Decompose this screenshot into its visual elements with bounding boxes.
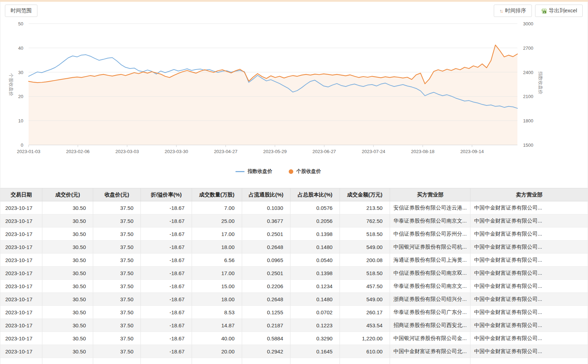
table-cell: 8.53 [192,306,242,319]
table-cell [42,358,93,364]
legend-label-index: 指数收盘价 [248,168,272,175]
table-cell: 30.50 [42,319,93,332]
table-cell: 6.56 [192,254,242,267]
table-cell: -18.67 [141,345,192,358]
legend-item-stock-close[interactable]: 个股收盘价 [289,168,321,175]
table-cell: 200.08 [340,254,390,267]
table-cell: 30.50 [42,280,93,293]
time-sort-button[interactable]: ↑↓ 时间排序 [494,5,532,17]
table-cell: 华泰证券股份有限公司广东分... [390,306,470,319]
line-marker-icon [235,171,245,172]
table-cell: 华泰证券股份有限公司南京文... [390,280,470,293]
table-cell: 浙商证券股份有限公司绍兴分... [390,293,470,306]
table-cell: 0.1030 [242,201,290,214]
table-row: 2023-10-1730.5037.50-18.677.000.10300.05… [0,201,588,214]
table-cell: 2023-10-17 [0,332,42,345]
price-chart: 2023-01-032023-02-062023-03-032023-03-30… [0,19,588,179]
table-cell: -18.67 [141,306,192,319]
table-cell: 37.50 [93,254,141,267]
table-cell: 2023-10-17 [0,214,42,228]
table-cell: 260.17 [340,306,390,319]
table-cell: 中国中金财富证券有限公司北... [390,345,470,358]
table-row: 2023-10-1730.5037.50-18.676.560.09650.05… [0,254,588,267]
table-cell: 中国中金财富证券有限公司... [470,201,588,214]
svg-text:10: 10 [18,118,23,123]
table-cell: 0.2648 [242,241,290,254]
svg-text:2400: 2400 [523,70,533,75]
export-excel-button[interactable]: x 导出到excel [535,5,583,17]
table-row: 2023-10-1730.5037.50-18.6717.000.25010.1… [0,228,588,241]
table-cell: 0.2187 [242,319,290,332]
table-cell: 30.50 [42,241,93,254]
table-cell: 中国中金财富证券有限公司... [470,214,588,228]
table-cell: 37.50 [93,241,141,254]
svg-text:2023-07-24: 2023-07-24 [362,149,385,154]
table-cell: -18.67 [141,201,192,214]
table-cell: 549.00 [340,293,390,306]
table-cell: 15.00 [192,280,242,293]
svg-text:2023-03-30: 2023-03-30 [165,149,188,154]
table-cell: 18.00 [192,241,242,254]
table-cell: 华泰证券股份有限公司南京文... [390,214,470,228]
table-cell: 37.50 [93,332,141,345]
table-cell: -18.67 [141,241,192,254]
table-cell: 457.50 [340,280,390,293]
chart-legend: 指数收盘价 个股收盘价 [0,168,556,175]
table-cell: 37.50 [93,319,141,332]
table-cell: 37.50 [93,293,141,306]
table-cell: 0.0702 [290,306,340,319]
table-cell: 518.50 [340,228,390,241]
table-cell: 招商证券股份有限公司西安北... [390,319,470,332]
svg-text:50: 50 [18,21,23,26]
export-excel-label: 导出到excel [549,7,577,14]
table-row: 2023-10-1730.5037.50-18.6717.000.25010.1… [0,267,588,280]
table-cell: 30.50 [42,332,93,345]
table-cell: 中国银河证券股份有限公司杭... [390,241,470,254]
table-cell: 中国中金财富证券有限公司... [470,267,588,280]
table-cell [340,358,390,364]
table-cell: 30.50 [42,267,93,280]
table-cell: 2023-10-17 [0,280,42,293]
table-cell: 453.54 [340,319,390,332]
column-header: 折/溢价率(%) [141,188,192,201]
table-cell: -18.67 [141,332,192,345]
table-cell: 30.50 [42,214,93,228]
table-cell: 0.2648 [242,293,290,306]
table-cell: 30.50 [42,345,93,358]
table-cell: -18.67 [141,214,192,228]
table-cell: 37.50 [93,228,141,241]
table-cell: 0.1480 [290,293,340,306]
table-cell: -18.67 [141,319,192,332]
table-cell: 0.2501 [242,228,290,241]
table-header-row: 交易日期成交价(元)收盘价(元)折/溢价率(%)成交数量(万股)占流通股比(%)… [0,188,588,201]
table-cell: 0.5884 [242,332,290,345]
table-cell: 0.1223 [290,319,340,332]
table-cell: 0.1398 [290,228,340,241]
table-cell: 0.0965 [242,254,290,267]
column-header: 占总股本比(%) [290,188,340,201]
table-cell: -18.67 [141,293,192,306]
toolbar: 时间范围 ↑↓ 时间排序 x 导出到ex [0,2,588,19]
column-header: 成交数量(万股) [192,188,242,201]
table-cell [470,358,588,364]
table-cell: 0.0576 [290,201,340,214]
column-header: 收盘价(元) [93,188,141,201]
table-cell: 中信证券股份有限公司南京双... [390,267,470,280]
table-cell: 0.1645 [290,345,340,358]
table-cell: 0.3290 [290,332,340,345]
svg-text:1800: 1800 [523,118,533,123]
table-cell: 25.00 [192,214,242,228]
table-cell: 2023-10-17 [0,345,42,358]
table-cell: 762.50 [340,214,390,228]
legend-item-index-close[interactable]: 指数收盘价 [235,168,272,175]
time-range-button[interactable]: 时间范围 [5,5,37,17]
svg-text:2023-05-29: 2023-05-29 [263,149,287,154]
table-cell: 中国银河证券股份有限公司金... [390,332,470,345]
table-cell: 17.00 [192,228,242,241]
table-cell: 2023-10-17 [0,228,42,241]
table-cell: 中信证券股份有限公司苏州分... [390,228,470,241]
table-cell: 中国中金财富证券有限公司... [470,254,588,267]
table-cell: 中国中金财富证券有限公司... [470,332,588,345]
table-cell: 30.50 [42,228,93,241]
table-cell [93,358,141,364]
